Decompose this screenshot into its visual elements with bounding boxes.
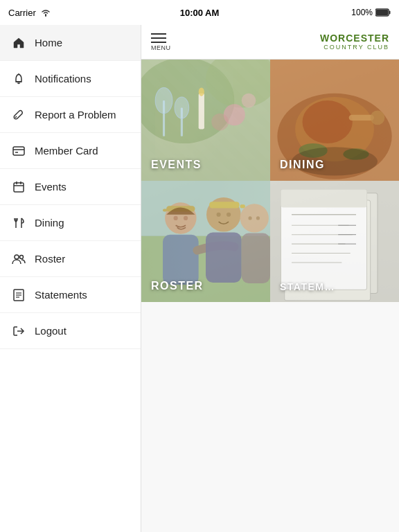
svg-point-60 — [256, 216, 260, 220]
sidebar-item-report-label: Report a Problem — [35, 109, 116, 121]
svg-rect-48 — [163, 209, 167, 211]
sidebar-item-home[interactable]: Home — [0, 25, 141, 61]
svg-rect-2 — [389, 11, 391, 15]
svg-point-50 — [184, 216, 188, 220]
statements-icon — [11, 287, 26, 303]
app-container: Home Notifications Report a Problem — [0, 25, 399, 532]
empty-space — [141, 302, 399, 532]
card-events[interactable]: EVENTS — [141, 60, 270, 181]
svg-rect-72 — [281, 190, 367, 208]
svg-rect-54 — [240, 204, 245, 208]
sidebar-item-logout[interactable]: Logout — [0, 313, 141, 349]
svg-rect-25 — [199, 94, 204, 130]
svg-point-56 — [227, 213, 231, 217]
top-header: MENU WORCESTER COUNTRY CLUB — [141, 25, 399, 60]
people-icon — [11, 251, 26, 267]
svg-rect-1 — [376, 10, 388, 15]
sidebar-item-events-label: Events — [35, 181, 66, 193]
status-bar-left: Carrier — [8, 8, 51, 18]
sidebar-item-notifications-label: Notifications — [35, 73, 91, 85]
svg-point-4 — [18, 73, 19, 75]
svg-point-59 — [248, 216, 251, 220]
status-bar: Carrier 10:00 AM 100% — [0, 0, 399, 25]
svg-rect-6 — [13, 147, 24, 155]
svg-rect-9 — [14, 183, 24, 192]
time-display: 10:00 AM — [180, 8, 220, 18]
sidebar-item-member-card[interactable]: Member Card — [0, 133, 141, 169]
brand-name: WORCESTER — [320, 33, 389, 44]
sidebar: Home Notifications Report a Problem — [0, 25, 141, 532]
sidebar-item-events[interactable]: Events — [0, 169, 141, 205]
sidebar-item-dining-label: Dining — [35, 217, 64, 229]
svg-point-37 — [303, 100, 353, 143]
svg-point-49 — [174, 216, 178, 220]
svg-point-39 — [371, 111, 385, 125]
events-card-label: EVENTS — [151, 159, 202, 171]
svg-rect-51 — [163, 235, 199, 285]
fork-knife-icon — [11, 215, 26, 231]
svg-point-30 — [175, 97, 189, 118]
roster-card-label: ROSTER — [151, 280, 204, 292]
brand-subtitle: COUNTRY CLUB — [320, 44, 389, 51]
svg-point-28 — [155, 87, 172, 113]
statements-card-label: STATEM… — [280, 281, 335, 292]
bell-icon — [11, 71, 26, 87]
sidebar-item-roster-label: Roster — [35, 253, 65, 265]
svg-point-16 — [20, 255, 24, 258]
battery-icon — [375, 8, 391, 17]
status-bar-right: 100% — [351, 8, 391, 17]
svg-point-15 — [15, 255, 19, 259]
svg-line-5 — [15, 116, 17, 118]
card-grid: EVENTS — [141, 60, 399, 302]
sidebar-item-home-label: Home — [35, 37, 62, 48]
card-statements[interactable]: STATEM… — [270, 181, 399, 302]
home-icon — [11, 35, 26, 51]
svg-point-58 — [240, 204, 269, 232]
calendar-icon — [11, 179, 26, 195]
menu-label: MENU — [151, 44, 171, 51]
card-icon — [11, 143, 26, 159]
carrier-label: Carrier — [8, 8, 36, 18]
svg-rect-61 — [242, 233, 270, 283]
battery-label: 100% — [351, 8, 373, 17]
menu-button[interactable]: MENU — [151, 33, 171, 51]
sidebar-item-statements[interactable]: Statements — [0, 277, 141, 313]
svg-point-26 — [199, 87, 204, 96]
svg-rect-53 — [209, 202, 239, 208]
wifi-icon — [40, 8, 51, 17]
sidebar-item-logout-label: Logout — [35, 325, 66, 337]
hamburger-icon — [151, 33, 171, 43]
svg-rect-38 — [349, 115, 374, 121]
sidebar-item-dining[interactable]: Dining — [0, 205, 141, 241]
sidebar-item-roster[interactable]: Roster — [0, 241, 141, 277]
wrench-icon — [11, 107, 26, 123]
main-content: MENU WORCESTER COUNTRY CLUB — [141, 25, 399, 532]
card-roster[interactable]: ROSTER — [141, 181, 270, 302]
sidebar-item-member-card-label: Member Card — [35, 145, 98, 157]
svg-point-32 — [242, 94, 256, 108]
sidebar-item-statements-label: Statements — [35, 289, 87, 301]
logout-icon — [11, 323, 26, 339]
svg-point-55 — [217, 213, 221, 217]
card-dining[interactable]: DINING — [270, 60, 399, 181]
svg-point-33 — [211, 114, 229, 131]
svg-rect-57 — [206, 233, 242, 283]
dining-card-label: DINING — [280, 159, 325, 171]
sidebar-item-notifications[interactable]: Notifications — [0, 61, 141, 97]
brand-logo: WORCESTER COUNTRY CLUB — [320, 33, 389, 51]
sidebar-item-report-problem[interactable]: Report a Problem — [0, 97, 141, 133]
